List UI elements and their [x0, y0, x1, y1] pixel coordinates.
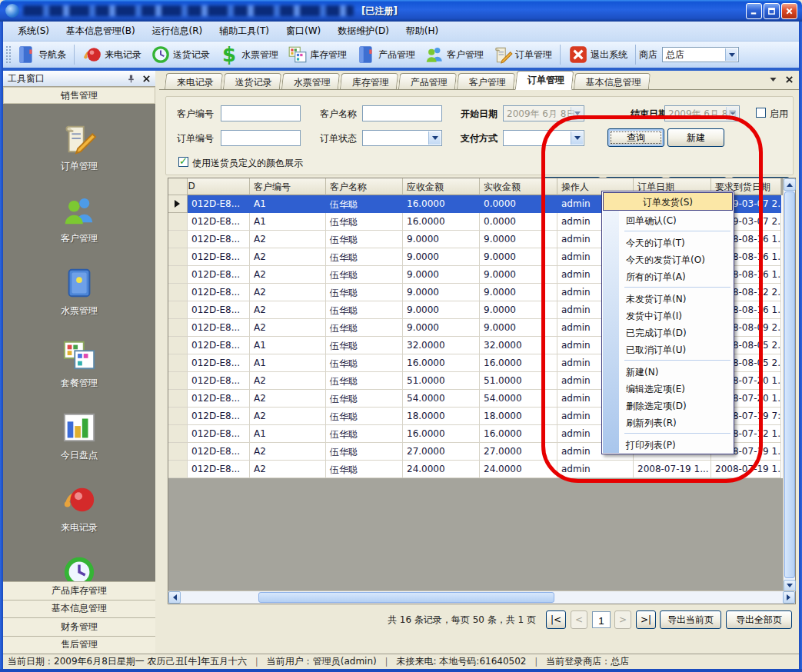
context-menu-item[interactable]: 打印列表(P)	[603, 436, 733, 453]
customer-code-input[interactable]	[221, 105, 301, 121]
tab-water-ticket-mgmt[interactable]: 水票管理	[281, 73, 340, 89]
row-selector[interactable]	[168, 354, 188, 372]
sidebar-item-water-ticket-mgmt[interactable]: 水票管理	[33, 265, 125, 318]
pay-method-combo[interactable]	[503, 130, 584, 146]
end-date-picker[interactable]: 2009年 6月 8日	[664, 105, 740, 121]
scroll-left-icon[interactable]	[168, 591, 181, 604]
grid-horizontal-scrollbar[interactable]	[168, 590, 795, 604]
row-selector[interactable]	[168, 195, 188, 213]
chevron-down-icon[interactable]	[725, 48, 737, 61]
close-tool-window-icon[interactable]	[140, 72, 152, 85]
prev-page-button[interactable]: <	[571, 610, 587, 629]
export-all-pages-button[interactable]: 导出全部页	[726, 610, 792, 629]
chevron-down-icon[interactable]	[571, 131, 583, 145]
row-selector[interactable]	[168, 390, 188, 408]
row-selector[interactable]	[168, 425, 188, 443]
context-menu-item[interactable]: 所有的订单(A)	[603, 268, 733, 284]
row-selector[interactable]	[168, 213, 188, 231]
sidebar-item-today-inventory[interactable]: 今日盘点	[33, 410, 125, 462]
column-header-received[interactable]: 实收金额	[480, 178, 557, 195]
grid-vertical-scrollbar[interactable]	[783, 178, 795, 592]
context-menu-item[interactable]: 新建(N)	[603, 363, 733, 380]
toolbar-water-ticket-mgmt[interactable]: $水票管理	[215, 43, 283, 66]
row-selector[interactable]	[168, 337, 188, 354]
next-page-button[interactable]: >	[614, 610, 631, 629]
minimize-button[interactable]	[746, 3, 762, 19]
sidebar-group-product-inventory-mgmt[interactable]: 产品库存管理	[3, 581, 155, 600]
row-selector[interactable]	[168, 461, 188, 478]
context-menu-item[interactable]: 删除选定项(D)	[603, 397, 733, 414]
order-code-input[interactable]	[221, 130, 301, 146]
context-menu-item[interactable]: 今天的发货订单(O)	[603, 251, 733, 268]
context-menu-item[interactable]: 未发货订单(N)	[603, 290, 733, 307]
toolbar-navigator[interactable]: 导航条	[12, 43, 71, 66]
menu-window[interactable]: 窗口(W)	[278, 22, 329, 40]
column-header-name[interactable]: 客户名称	[326, 178, 403, 195]
sidebar-item-call-records[interactable]: 来电记录	[33, 482, 125, 534]
start-date-picker[interactable]: 2009年 6月 8日	[503, 105, 584, 121]
row-selector[interactable]	[168, 319, 188, 337]
row-selector[interactable]	[168, 408, 188, 425]
menu-data-maintenance[interactable]: 数据维护(D)	[329, 22, 398, 40]
vertical-scroll-thumb[interactable]	[784, 191, 795, 578]
shop-combo[interactable]: 总店	[662, 47, 739, 62]
horizontal-scroll-thumb[interactable]	[258, 592, 554, 603]
tab-close-icon[interactable]	[784, 75, 794, 87]
row-selector[interactable]	[168, 443, 188, 461]
tab-call-records[interactable]: 来电记录	[165, 73, 223, 89]
customer-name-input[interactable]	[362, 105, 442, 121]
context-menu-item[interactable]: 已完成订单(D)	[603, 324, 733, 341]
sidebar-item-order-mgmt[interactable]: 订单管理	[33, 121, 125, 173]
scroll-up-icon[interactable]	[784, 178, 796, 191]
row-selector[interactable]	[168, 372, 188, 390]
sidebar-group-basic-info-mgmt[interactable]: 基本信息管理	[3, 600, 155, 618]
context-menu-item[interactable]: 订单发货(S)	[603, 192, 733, 211]
row-selector[interactable]	[168, 266, 188, 284]
menu-runtime-info[interactable]: 运行信息(R)	[144, 22, 211, 40]
export-current-page-button[interactable]: 导出当前页	[660, 610, 721, 629]
menu-aux-tools[interactable]: 辅助工具(T)	[211, 22, 278, 40]
menu-help[interactable]: 帮助(H)	[398, 22, 447, 40]
tab-basic-info-mgmt[interactable]: 基本信息管理	[574, 73, 651, 89]
toolbar-inventory-mgmt[interactable]: 库存管理	[283, 43, 351, 66]
enable-checkbox[interactable]	[756, 108, 766, 118]
row-selector[interactable]	[168, 301, 188, 319]
context-menu-item[interactable]: 编辑选定项(E)	[603, 380, 733, 397]
maximize-button[interactable]	[764, 3, 780, 19]
chevron-down-icon[interactable]	[428, 131, 441, 145]
column-header-id[interactable]: ID	[188, 178, 250, 195]
color-checkbox[interactable]	[178, 157, 188, 167]
sidebar-group-after-sales-mgmt[interactable]: 售后管理	[3, 636, 155, 654]
sidebar-item-combo-mgmt[interactable]: 套餐管理	[33, 338, 125, 390]
close-button[interactable]	[781, 3, 797, 19]
toolbar-order-mgmt[interactable]: 订单管理	[488, 43, 557, 66]
tab-order-mgmt[interactable]: 订单管理	[515, 71, 574, 90]
context-menu-item[interactable]: 刷新列表(R)	[603, 414, 733, 431]
tab-inventory-mgmt[interactable]: 库存管理	[340, 73, 398, 89]
first-page-button[interactable]: |<	[546, 610, 566, 629]
row-selector[interactable]	[168, 248, 188, 266]
pin-icon[interactable]	[125, 72, 137, 85]
order-status-combo[interactable]	[362, 130, 442, 146]
column-header-code[interactable]: 客户编号	[250, 178, 326, 195]
scroll-right-icon[interactable]	[783, 591, 795, 604]
last-page-button[interactable]: >|	[636, 610, 656, 629]
row-selector[interactable]	[168, 231, 188, 248]
sidebar-section-sales[interactable]: 销售管理	[3, 87, 155, 104]
tab-list-chevron-icon[interactable]	[768, 75, 778, 87]
tab-delivery-records[interactable]: 送货记录	[223, 73, 281, 89]
context-menu-item[interactable]: 发货中订单(I)	[603, 307, 733, 324]
context-menu-item[interactable]: 回单确认(C)	[603, 211, 733, 228]
row-selector[interactable]	[168, 284, 188, 301]
column-header-receivable[interactable]: 应收金额	[403, 178, 480, 195]
new-button[interactable]: 新建	[667, 128, 724, 147]
sidebar-item-customer-mgmt[interactable]: 客户管理	[33, 193, 125, 245]
context-menu-item[interactable]: 今天的订单(T)	[603, 234, 733, 251]
menu-system[interactable]: 系统(S)	[9, 22, 58, 40]
toolbar-delivery-records[interactable]: 送货记录	[146, 43, 215, 66]
table-row[interactable]: 012D-E8...A2伍华聪24.000024.0000admin2008-0…	[168, 461, 783, 478]
toolbar-customer-mgmt[interactable]: 客户管理	[420, 43, 488, 66]
chevron-down-icon[interactable]	[726, 107, 738, 120]
query-button[interactable]: 查询	[607, 128, 664, 147]
toolbar-exit-system[interactable]: 退出系统	[564, 43, 632, 66]
